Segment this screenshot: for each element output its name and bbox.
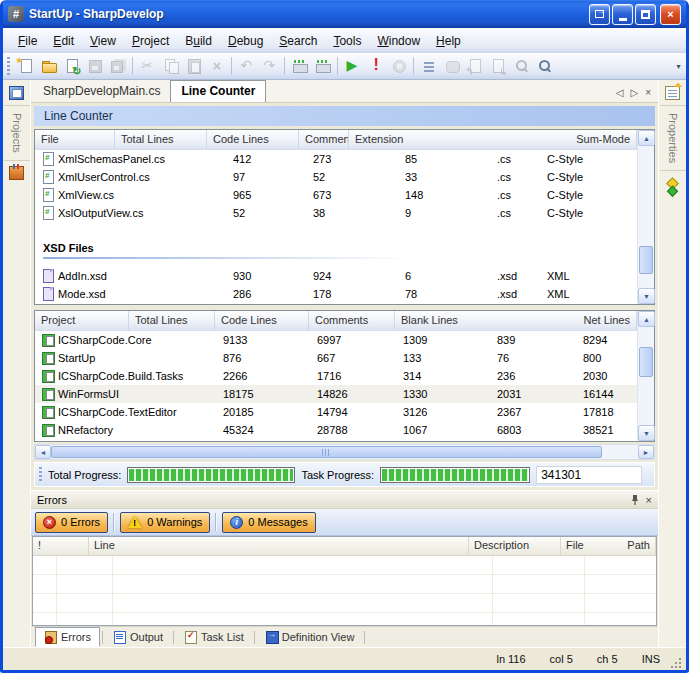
scroll-up-arrow[interactable]: ▲	[638, 130, 655, 146]
menu-item[interactable]: Tools	[326, 31, 368, 51]
tab-close-button[interactable]: ×	[645, 87, 651, 98]
run-button[interactable]	[341, 55, 364, 77]
table-row[interactable]: ICSharpCode.Core 9133 6997 1309 839 8294	[35, 331, 637, 349]
search-button[interactable]	[532, 55, 555, 77]
column-header[interactable]: File	[35, 130, 115, 149]
save-all-button	[106, 55, 129, 77]
column-header[interactable]: Extension	[349, 130, 570, 149]
window-float-button[interactable]	[589, 4, 610, 25]
column-header[interactable]: Description	[469, 537, 561, 555]
tab-scroll-left-button[interactable]: ◁	[616, 87, 624, 98]
toolbar-overflow-button[interactable]: ▾	[673, 55, 684, 77]
pin-icon[interactable]	[630, 494, 640, 506]
menu-item[interactable]: File	[11, 31, 44, 51]
properties-pad-button[interactable]	[660, 80, 686, 106]
tab-errors[interactable]: Errors	[35, 627, 100, 647]
paste-icon	[186, 58, 202, 74]
scroll-right-arrow[interactable]: ►	[638, 445, 654, 459]
tab-task-list[interactable]: Task List	[176, 628, 252, 646]
column-header[interactable]: Project	[35, 311, 129, 330]
tab-scroll-right-button[interactable]: ▷	[630, 87, 638, 98]
errors-filter-button[interactable]: × 0 Errors	[35, 512, 108, 533]
menu-item[interactable]: Edit	[46, 31, 81, 51]
toolbar-separator	[113, 513, 115, 531]
properties-pad-label[interactable]: Properties	[667, 106, 679, 170]
close-button[interactable]: ×	[660, 4, 681, 25]
table-row[interactable]: XmlSchemasPanel.cs 412 273 85 .cs C-Styl…	[35, 150, 637, 168]
tab-line-counter[interactable]: Line Counter	[170, 80, 266, 102]
toolbar-separator	[231, 57, 232, 75]
column-header[interactable]: Code Lines	[215, 311, 309, 330]
messages-filter-button[interactable]: i 0 Messages	[222, 512, 315, 533]
table-row[interactable]: ICSharpCode.TextEditor 20185 14794 3126 …	[35, 403, 637, 421]
column-header[interactable]: Blank Lines	[395, 311, 578, 330]
scrollbar-thumb[interactable]	[639, 347, 653, 377]
maximize-button[interactable]	[635, 4, 656, 25]
save-file-button	[83, 55, 106, 77]
table-row[interactable]: NRefactory 45324 28788 1067 6803 38521	[35, 421, 637, 439]
table-row[interactable]: XslOutputView.cs 52 38 9 .cs C-Style	[35, 204, 637, 222]
file-table-panel: FileTotal LinesCode LinesCommentsExtensi…	[34, 129, 655, 305]
projects-pad-label[interactable]: Projects	[11, 106, 23, 160]
table-row[interactable]: StartUp 876 667 133 76 800	[35, 349, 637, 367]
scrollbar-thumb[interactable]	[639, 246, 653, 274]
column-header[interactable]: Sum-Mode	[570, 130, 637, 149]
scrollbar-thumb[interactable]	[51, 446, 602, 458]
column-header[interactable]: File	[561, 537, 622, 555]
rebuild-solution-button[interactable]	[311, 55, 334, 77]
step-over-icon	[490, 58, 506, 74]
app-icon: #	[8, 6, 24, 22]
column-header[interactable]: Net Lines	[578, 311, 637, 330]
minimize-button[interactable]	[612, 4, 633, 25]
tools-pad-button[interactable]	[4, 160, 30, 186]
table-row[interactable]: AddIn.xsd 930 924 6 .xsd XML	[35, 267, 637, 285]
scroll-down-arrow[interactable]: ▼	[638, 288, 655, 304]
new-file-button[interactable]	[14, 55, 37, 77]
tab-output[interactable]: Output	[105, 628, 171, 646]
table-row[interactable]: Mode.xsd 286 178 78 .xsd XML	[35, 285, 637, 303]
horizontal-scrollbar[interactable]: ◄ ►	[34, 444, 655, 460]
tab-sharpdevelopmain[interactable]: SharpDevelopMain.cs	[33, 81, 170, 102]
column-header[interactable]: !	[33, 537, 89, 555]
column-header[interactable]: Comments	[309, 311, 395, 330]
table-row[interactable]: WinFormsUI 18175 14826 1330 2031 16144	[35, 385, 637, 403]
column-header[interactable]: Path	[622, 537, 656, 555]
abort-icon	[368, 58, 384, 74]
scroll-down-arrow[interactable]: ▼	[638, 425, 655, 441]
progress-grip[interactable]	[39, 467, 42, 483]
reload-file-button[interactable]	[60, 55, 83, 77]
menu-item[interactable]: Help	[429, 31, 468, 51]
menu-item[interactable]: Window	[370, 31, 427, 51]
scroll-up-arrow[interactable]: ▲	[638, 311, 655, 327]
column-header[interactable]: Total Lines	[115, 130, 207, 149]
file-table-scrollbar[interactable]: ▲ ▼	[637, 130, 654, 304]
table-row[interactable]: XmlUserControl.cs 97 52 33 .cs C-Style	[35, 168, 637, 186]
open-file-button[interactable]	[37, 55, 60, 77]
scroll-left-arrow[interactable]: ◄	[35, 445, 51, 459]
project-table-scrollbar[interactable]: ▲ ▼	[637, 311, 654, 441]
resize-grip[interactable]	[670, 657, 683, 670]
menu-item[interactable]: Build	[178, 31, 219, 51]
error-row	[33, 594, 656, 613]
table-row[interactable]	[35, 439, 637, 441]
table-row[interactable]: XmlView.cs 965 673 148 .cs C-Style	[35, 186, 637, 204]
toolbox-pad-button[interactable]	[660, 170, 686, 196]
column-header[interactable]: Line	[89, 537, 469, 555]
column-header[interactable]: Comments	[299, 130, 349, 149]
warnings-filter-button[interactable]: 0 Warnings	[120, 512, 210, 533]
toolbar-grip[interactable]	[7, 57, 10, 75]
panel-close-icon[interactable]: ×	[646, 494, 652, 506]
tab-definition-view[interactable]: Definition View	[257, 628, 363, 646]
abort-button[interactable]	[364, 55, 387, 77]
projects-pad-button[interactable]	[4, 80, 30, 106]
menu-item[interactable]: Search	[272, 31, 324, 51]
menu-item[interactable]: View	[83, 31, 123, 51]
table-row[interactable]: ICSharpCode.Build.Tasks 2266 1716 314 23…	[35, 367, 637, 385]
menu-item[interactable]: Project	[125, 31, 176, 51]
error-row	[33, 556, 656, 575]
build-solution-button[interactable]	[288, 55, 311, 77]
bookmark-lines-button[interactable]	[417, 55, 440, 77]
column-header[interactable]: Code Lines	[207, 130, 299, 149]
menu-item[interactable]: Debug	[221, 31, 270, 51]
column-header[interactable]: Total Lines	[129, 311, 215, 330]
